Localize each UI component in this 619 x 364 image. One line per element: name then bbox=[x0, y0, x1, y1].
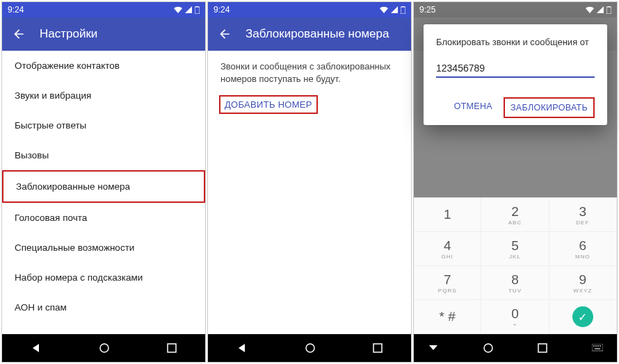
svg-point-6 bbox=[306, 344, 314, 352]
wifi-icon bbox=[174, 6, 182, 13]
nav-bar bbox=[414, 334, 617, 362]
check-icon: ✓ bbox=[572, 306, 593, 327]
numeric-keypad: 1 2ABC 3DEF 4GHI 5JKL 6MNO 7PQRS 8TUV 9W… bbox=[414, 197, 617, 334]
blocked-content: Звонки и сообщения с заблокированных ном… bbox=[208, 51, 411, 334]
svg-rect-15 bbox=[597, 345, 599, 347]
item-caller-id-spam[interactable]: АОН и спам bbox=[2, 292, 205, 322]
settings-list: Отображение контактов Звуки и вибрация Б… bbox=[2, 51, 205, 334]
item-contacts-display[interactable]: Отображение контактов bbox=[2, 51, 205, 81]
app-bar: Заблокированные номера bbox=[208, 17, 411, 51]
screen-settings: 9:24 Настройки Отображение контактов Зву… bbox=[1, 1, 206, 363]
item-sounds-vibration[interactable]: Звуки и вибрация bbox=[2, 81, 205, 110]
svg-rect-5 bbox=[402, 6, 404, 7]
battery-icon bbox=[195, 6, 200, 14]
nav-recent-icon[interactable] bbox=[373, 343, 383, 353]
app-title: Заблокированные номера bbox=[246, 27, 389, 41]
svg-rect-1 bbox=[196, 6, 198, 7]
status-icons bbox=[380, 6, 405, 14]
signal-icon bbox=[391, 6, 398, 13]
svg-rect-12 bbox=[592, 344, 603, 351]
phone-number-input[interactable] bbox=[436, 60, 595, 78]
nav-home-icon[interactable] bbox=[99, 343, 109, 353]
key-8[interactable]: 8TUV bbox=[481, 266, 549, 300]
item-quick-responses[interactable]: Быстрые ответы bbox=[2, 110, 205, 140]
nav-home-icon[interactable] bbox=[483, 343, 493, 353]
status-time: 9:24 bbox=[8, 5, 24, 15]
svg-rect-14 bbox=[595, 345, 597, 347]
svg-rect-13 bbox=[593, 345, 595, 347]
svg-rect-16 bbox=[600, 345, 601, 347]
nav-bar bbox=[208, 334, 411, 362]
key-6[interactable]: 6MNO bbox=[549, 232, 617, 266]
key-2[interactable]: 2ABC bbox=[481, 198, 549, 232]
key-confirm[interactable]: ✓ bbox=[549, 300, 617, 334]
dialog-actions: ОТМЕНА ЗАБЛОКИРОВАТЬ bbox=[436, 97, 595, 118]
nav-back-icon[interactable] bbox=[31, 342, 42, 354]
svg-point-10 bbox=[484, 344, 492, 352]
key-0[interactable]: 0+ bbox=[481, 300, 549, 334]
nav-back-icon[interactable] bbox=[236, 342, 248, 354]
screen-block-dialog: 9:25 Заблокированные номера Звонки и соо… bbox=[413, 1, 618, 363]
app-bar: Настройки bbox=[2, 17, 205, 51]
add-number-button[interactable]: ДОБАВИТЬ НОМЕР bbox=[219, 95, 318, 114]
dialog-title: Блокировать звонки и сообщения от bbox=[436, 37, 595, 47]
key-9[interactable]: 9WXYZ bbox=[549, 266, 617, 300]
key-1[interactable]: 1 bbox=[414, 198, 481, 232]
nav-recent-icon[interactable] bbox=[167, 343, 177, 353]
status-icons bbox=[174, 6, 200, 14]
svg-rect-17 bbox=[595, 348, 600, 349]
keyboard-switch-icon[interactable] bbox=[592, 344, 603, 352]
blocked-desc: Звонки и сообщения с заблокированных ном… bbox=[208, 51, 411, 90]
signal-icon bbox=[185, 6, 192, 13]
key-7[interactable]: 7PQRS bbox=[414, 266, 481, 300]
item-calls[interactable]: Вызовы bbox=[2, 140, 205, 170]
key-4[interactable]: 4GHI bbox=[414, 232, 481, 266]
app-title: Настройки bbox=[40, 27, 97, 41]
item-voicemail[interactable]: Голосовая почта bbox=[2, 203, 205, 233]
svg-rect-4 bbox=[401, 7, 405, 14]
status-bar: 9:24 bbox=[2, 2, 205, 17]
block-button[interactable]: ЗАБЛОКИРОВАТЬ bbox=[504, 97, 595, 118]
block-dialog: Блокировать звонки и сообщения от ОТМЕНА… bbox=[424, 24, 607, 125]
key-star-hash[interactable]: * # bbox=[414, 300, 481, 334]
back-icon[interactable] bbox=[12, 27, 26, 41]
item-blocked-numbers[interactable]: Заблокированные номера bbox=[2, 170, 205, 203]
nav-home-icon[interactable] bbox=[305, 343, 315, 353]
svg-rect-0 bbox=[195, 7, 200, 14]
status-time: 9:24 bbox=[214, 5, 230, 15]
nav-recent-icon[interactable] bbox=[538, 343, 547, 353]
key-5[interactable]: 5JKL bbox=[481, 232, 549, 266]
item-accessibility[interactable]: Специальные возможности bbox=[2, 233, 205, 263]
svg-rect-11 bbox=[538, 344, 547, 352]
wifi-icon bbox=[380, 6, 388, 13]
svg-point-2 bbox=[100, 344, 108, 352]
back-icon[interactable] bbox=[218, 27, 232, 41]
svg-rect-3 bbox=[168, 344, 176, 352]
item-assisted-dialing[interactable]: Набор номера с подсказками bbox=[2, 263, 205, 292]
cancel-button[interactable]: ОТМЕНА bbox=[449, 97, 498, 118]
nav-back-down-icon[interactable] bbox=[428, 344, 439, 352]
key-3[interactable]: 3DEF bbox=[549, 198, 617, 232]
nav-bar bbox=[2, 334, 205, 362]
item-nearby-places[interactable]: Места рядом bbox=[2, 322, 205, 334]
status-bar: 9:24 bbox=[208, 2, 411, 17]
screen-blocked-list: 9:24 Заблокированные номера Звонки и соо… bbox=[207, 1, 412, 363]
svg-rect-7 bbox=[373, 344, 382, 352]
battery-icon bbox=[401, 6, 405, 14]
